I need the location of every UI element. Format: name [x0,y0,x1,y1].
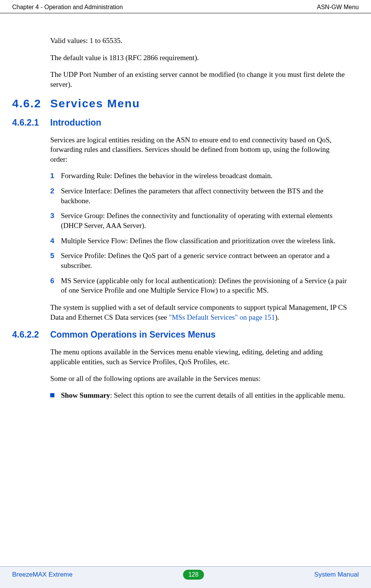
common-ops-p1: The menu options available in the Servic… [50,347,348,367]
item-number: 6 [50,276,61,295]
page-number: 128 [183,570,204,580]
item-text: Service Interface: Defines the parameter… [61,186,348,206]
bullet-item: Show Summary: Select this option to see … [50,390,348,400]
subsection-title: Common Operations in Services Menus [50,330,216,340]
section-number: 4.6.2 [12,97,50,110]
list-item: 4 Multiple Service Flow: Defines the flo… [50,236,348,246]
paragraph-udp-note: The UDP Port Number of an existing serve… [50,70,348,89]
footer-left: BreezeMAX Extreme [12,571,73,578]
list-item: 3 Service Group: Defines the connectivit… [50,211,348,230]
list-item: 1 Forwarding Rule: Defines the behavior … [50,171,348,181]
square-bullet-icon [50,393,54,397]
item-number: 3 [50,211,61,230]
cross-reference-link[interactable]: "MSs Default Services" on page 151 [169,313,275,321]
footer-right: System Manual [314,571,359,578]
footer: BreezeMAX Extreme 128 System Manual [0,566,371,588]
header-left: Chapter 4 - Operation and Administration [12,4,123,11]
bullet-rest: : Select this option to see the current … [110,391,345,399]
section-title: Services Menu [50,97,140,110]
subsection-number: 4.6.2.2 [12,330,50,340]
after-list-paragraph: The system is supplied with a set of def… [50,303,348,322]
subsection-number: 4.6.2.1 [12,118,50,128]
subsection-heading: 4.6.2.1 Introduction [12,118,348,128]
header-right: ASN-GW Menu [317,4,359,11]
item-number: 5 [50,251,61,270]
item-text: Forwarding Rule: Defines the behavior in… [61,171,348,181]
subsection-heading: 4.6.2.2 Common Operations in Services Me… [12,330,348,340]
paragraph-valid-values: Valid values: 1 to 65535. [50,36,348,46]
item-text: Service Group: Defines the connectivity … [61,211,348,230]
bullet-text: Show Summary: Select this option to see … [61,390,348,400]
item-number: 1 [50,171,61,181]
bullet-bold: Show Summary [61,391,110,399]
item-number: 2 [50,186,61,206]
section-heading: 4.6.2 Services Menu [12,97,348,110]
common-ops-p2: Some or all of the following options are… [50,374,348,384]
item-text: Multiple Service Flow: Defines the flow … [61,236,348,246]
introduction-paragraph: Services are logical entities residing o… [50,135,348,164]
list-item: 6 MS Service (applicable only for local … [50,276,348,295]
item-text: MS Service (applicable only for local au… [61,276,348,295]
paragraph-default-value: The default value is 1813 (RFC 2866 requ… [50,53,348,63]
list-item: 5 Service Profile: Defines the QoS part … [50,251,348,270]
item-number: 4 [50,236,61,246]
subsection-title: Introduction [50,118,101,128]
item-text: Service Profile: Defines the QoS part of… [61,251,348,270]
after-post: ). [275,313,279,321]
list-item: 2 Service Interface: Defines the paramet… [50,186,348,206]
